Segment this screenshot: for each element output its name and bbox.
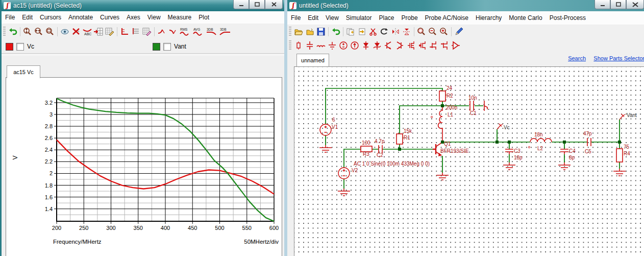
schematic-canvas[interactable]: 24 R2 10n C1 200n L1 15k R1 100 R3 4.7p … bbox=[294, 66, 644, 256]
wires[interactable] bbox=[326, 88, 620, 189]
add-grid-icon[interactable] bbox=[130, 27, 141, 37]
3db-low-icon[interactable]: 3DB bbox=[205, 27, 218, 37]
show-curve-icon[interactable] bbox=[59, 27, 70, 37]
buffer-icon[interactable] bbox=[450, 40, 461, 51]
schematic-titlebar[interactable]: ʃ untitled (Selected) bbox=[287, 0, 644, 11]
move-curve-icon[interactable] bbox=[93, 27, 104, 37]
components[interactable] bbox=[361, 91, 623, 162]
vc-checkbox[interactable] bbox=[16, 43, 24, 51]
v2-source[interactable] bbox=[338, 168, 350, 179]
vc-color-swatch[interactable] bbox=[6, 43, 13, 51]
vant-color-swatch[interactable] bbox=[153, 43, 160, 51]
resistor-icon[interactable] bbox=[293, 40, 304, 51]
v1-source[interactable] bbox=[320, 124, 331, 135]
cursor-icon[interactable] bbox=[156, 27, 167, 37]
menu-file[interactable]: File bbox=[287, 12, 304, 24]
zoom-area-icon[interactable] bbox=[416, 27, 427, 37]
3db-high-icon[interactable]: 3DB bbox=[218, 27, 232, 37]
pmos-icon[interactable] bbox=[416, 40, 428, 51]
menu-probe-ac-noise[interactable]: Probe AC/Noise bbox=[422, 12, 472, 24]
mirror-v-icon[interactable] bbox=[390, 27, 401, 37]
ground-icon[interactable] bbox=[327, 40, 338, 51]
ground-symbol[interactable] bbox=[558, 162, 571, 170]
cut-icon[interactable] bbox=[367, 27, 379, 37]
edit-grid-icon[interactable] bbox=[141, 27, 153, 37]
maximize-button[interactable] bbox=[249, 0, 265, 9]
toolbar-grip[interactable] bbox=[289, 27, 291, 37]
menu-measure[interactable]: Measure bbox=[164, 12, 195, 24]
undo-icon[interactable] bbox=[330, 27, 341, 37]
inductor-icon[interactable] bbox=[315, 40, 327, 51]
close-button[interactable] bbox=[265, 0, 283, 9]
nmos-icon[interactable] bbox=[405, 40, 416, 51]
menu-curves[interactable]: Curves bbox=[96, 12, 123, 24]
menu-place[interactable]: Place bbox=[376, 12, 398, 24]
zener-icon[interactable] bbox=[371, 40, 383, 51]
toolbar-grip[interactable] bbox=[3, 27, 6, 37]
menu-file[interactable]: File bbox=[2, 12, 18, 24]
menu-monte-carlo[interactable]: Monte Carlo bbox=[505, 12, 546, 24]
show-parts-selector-link[interactable]: Show Parts Selector bbox=[593, 55, 644, 61]
search-link[interactable]: Search bbox=[568, 55, 586, 61]
undo-icon[interactable] bbox=[7, 27, 18, 37]
menu-annotate[interactable]: Annotate bbox=[65, 12, 96, 24]
menu-cursors[interactable]: Cursors bbox=[36, 12, 65, 24]
zoom-x-icon[interactable] bbox=[33, 27, 44, 37]
npn-icon[interactable] bbox=[383, 40, 394, 51]
isource-icon[interactable] bbox=[349, 40, 360, 51]
menu-axes[interactable]: Axes bbox=[123, 12, 144, 24]
menu-view[interactable]: View bbox=[322, 12, 342, 24]
capacitor-icon[interactable] bbox=[304, 40, 315, 51]
diode-icon[interactable] bbox=[360, 40, 371, 51]
zoom-out-icon[interactable] bbox=[427, 27, 438, 37]
plot-panel[interactable]: 2002503003504004505005506003.232.82.62.4… bbox=[6, 77, 282, 256]
zoom-rect-icon[interactable] bbox=[44, 27, 56, 37]
menu-probe[interactable]: Probe bbox=[398, 12, 422, 24]
ground-symbol[interactable] bbox=[319, 145, 332, 152]
save-icon[interactable] bbox=[315, 27, 327, 37]
ground-symbol[interactable] bbox=[436, 173, 449, 180]
menu-edit[interactable]: Edit bbox=[18, 12, 36, 24]
menu-plot[interactable]: Plot bbox=[195, 12, 213, 24]
menu-simulator[interactable]: Simulator bbox=[342, 12, 376, 24]
annotate-curve-icon[interactable]: ABC bbox=[82, 27, 93, 37]
vc-probe[interactable] bbox=[497, 124, 503, 129]
vant-probe[interactable] bbox=[620, 114, 625, 120]
minimize-button[interactable] bbox=[233, 0, 249, 9]
cursor2-icon[interactable] bbox=[167, 27, 179, 37]
pjfet-icon[interactable] bbox=[439, 40, 450, 51]
zoom-fit-icon[interactable] bbox=[22, 27, 33, 37]
close-button[interactable] bbox=[626, 0, 644, 9]
menu-hierarchy[interactable]: Hierarchy bbox=[472, 12, 505, 24]
rotate-icon[interactable] bbox=[379, 27, 390, 37]
add-axis-icon[interactable] bbox=[119, 27, 130, 37]
menu-post-process[interactable]: Post-Process bbox=[546, 12, 589, 24]
minimize-button[interactable] bbox=[595, 0, 610, 9]
edit-axis-icon[interactable] bbox=[104, 27, 115, 37]
menu-view[interactable]: View bbox=[144, 12, 164, 24]
new-icon[interactable] bbox=[304, 27, 315, 37]
pnp-icon[interactable] bbox=[394, 40, 405, 51]
menu-edit[interactable]: Edit bbox=[304, 12, 322, 24]
wire-icon[interactable] bbox=[453, 27, 464, 37]
sheet-tab[interactable]: unnamed bbox=[296, 54, 329, 66]
graph-area[interactable]: 2002503003504004505005506003.232.82.62.4… bbox=[6, 78, 281, 255]
toolbar-grip[interactable] bbox=[289, 40, 291, 51]
ground-symbol[interactable] bbox=[613, 169, 626, 176]
paste-icon[interactable] bbox=[356, 27, 367, 37]
maximize-button[interactable] bbox=[610, 0, 626, 9]
zoom-in-icon[interactable] bbox=[438, 27, 450, 37]
avg-icon[interactable]: AVG bbox=[192, 27, 205, 37]
ground-symbol[interactable] bbox=[503, 162, 515, 170]
delete-curve-icon[interactable] bbox=[70, 27, 82, 37]
njfet-icon[interactable] bbox=[428, 40, 439, 51]
plot-titlebar[interactable]: ʃ ac15 (untitled) (Selected) bbox=[2, 0, 286, 11]
mirror-h-icon[interactable] bbox=[401, 27, 412, 37]
copy-icon[interactable] bbox=[345, 27, 356, 37]
vant-checkbox[interactable] bbox=[163, 43, 171, 51]
open-icon[interactable] bbox=[293, 27, 304, 37]
rms-icon[interactable]: RMS bbox=[179, 27, 192, 37]
ground-symbol[interactable] bbox=[338, 189, 350, 196]
vsource-icon[interactable] bbox=[338, 40, 349, 51]
plot-tab[interactable]: ac15 Vc bbox=[7, 65, 40, 78]
